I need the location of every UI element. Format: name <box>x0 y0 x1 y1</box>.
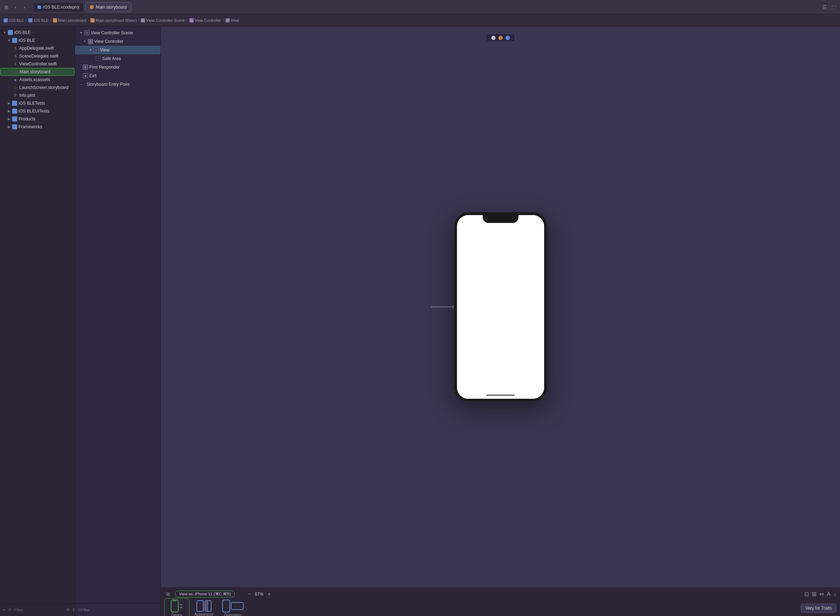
scene-nav-bottom: ⊙ <box>75 603 160 616</box>
sidebar-item-info-plist[interactable]: P Info.plist <box>0 91 75 99</box>
folder-icon <box>12 124 17 129</box>
storyboard-tab[interactable]: Main.storyboard <box>85 2 131 12</box>
scene-label-entry-point: Storyboard Entry Point <box>86 82 130 87</box>
grid-icon[interactable]: ⊞ <box>3 4 10 11</box>
chevron-right-icon: ▶ <box>7 125 11 129</box>
scene-label-safe-area: Safe Area <box>102 56 121 61</box>
sidebar-label-app-delegate: AppDelegate.swift <box>19 46 54 51</box>
canvas-top-controls <box>486 34 515 42</box>
iphone-preview <box>454 212 547 402</box>
window-controls: ⊞ ‹ › <box>3 4 28 11</box>
vary-for-traits-button[interactable]: Vary for Traits <box>801 603 836 613</box>
chevron-up-down-icon <box>179 604 183 608</box>
swift-file-icon: S <box>13 54 18 59</box>
sidebar-item-ble-tests[interactable]: ▶ iOS BLETests <box>0 99 75 107</box>
orientation-option[interactable]: Orientation <box>218 598 247 616</box>
sidebar-filter-input[interactable] <box>14 608 64 612</box>
scene-nav-content: ▼ ⊡ View Controller Scene ▼ ⊡ View Contr… <box>75 26 160 603</box>
sidebar-item-ble-ui-tests[interactable]: ▶ iOS BLEUITests <box>0 107 75 115</box>
svg-rect-4 <box>205 601 208 612</box>
control-dot-1 <box>491 36 495 40</box>
device-option[interactable]: Device <box>164 598 189 616</box>
frame-icon[interactable]: ⊞ <box>812 591 817 597</box>
sidebar-label-ios-ble-root: iOS BLE <box>14 30 31 35</box>
scene-item-safe-area[interactable]: ⋯ Safe Area <box>75 54 160 63</box>
sidebar-item-view-controller[interactable]: S ViewController.swift <box>0 60 75 68</box>
breadcrumb-item-4[interactable]: ▣ Main.storyboard (Base) <box>90 18 136 22</box>
breadcrumb-item-3[interactable]: ▣ Main.storyboard <box>53 18 86 22</box>
download-icon[interactable]: ↓ <box>834 591 836 597</box>
add-icon[interactable]: + <box>3 607 5 612</box>
sidebar-label-main-storyboard: Main.storyboard <box>20 69 50 74</box>
orientation-label: Orientation <box>224 613 242 616</box>
sidebar-item-products[interactable]: ▶ Products <box>0 115 75 123</box>
sidebar-item-ios-ble-group[interactable]: ▼ iOS BLE <box>0 37 75 44</box>
scene-label-first-responder: First Responder <box>89 65 120 70</box>
scene-icon: ⊡ <box>84 30 89 35</box>
panel-toggle-icon[interactable]: ⊞ <box>164 591 172 598</box>
breadcrumb-item-2[interactable]: ▣ iOS BLE <box>28 18 48 22</box>
xcodeproj-tab[interactable]: iOS BLE.xcodeproj <box>33 2 84 12</box>
appearance-option[interactable]: Appearance <box>191 599 217 616</box>
scale-icon[interactable]: ⇔ <box>819 591 824 597</box>
chevron-right-icon: ▶ <box>7 117 11 121</box>
scene-item-first-responder[interactable]: R First Responder <box>75 63 160 72</box>
bc-label-4: Main.storyboard (Base) <box>96 18 136 22</box>
sidebar-label-launch-screen: LaunchScreen.storyboard <box>19 85 68 90</box>
back-icon[interactable]: ‹ <box>12 4 19 11</box>
storyboard-file-icon: □ <box>13 69 18 74</box>
view-as-badge[interactable]: View as: iPhone 11 (⌘C ⌘R) <box>175 591 235 597</box>
sidebar-item-scene-delegate[interactable]: S SceneDelegate.swift <box>0 52 75 60</box>
scene-item-view[interactable]: ▼ □ View <box>75 46 160 54</box>
appearance-light-icon <box>196 600 204 612</box>
breadcrumb-item-1[interactable]: ▣ iOS BLE <box>4 18 24 22</box>
sidebar-toggle-icon[interactable]: ⬚ <box>830 4 837 11</box>
entry-point-arrow <box>431 305 455 309</box>
storyboard-file-icon: □ <box>13 85 18 90</box>
device-fit-icon[interactable]: ⊡ <box>804 591 809 597</box>
text-size-icon[interactable]: A <box>827 591 831 597</box>
bottom-right-icons: ⊡ ⊞ ⇔ A ↓ <box>804 591 836 597</box>
sidebar-item-ios-ble-root[interactable]: ▼ iOS BLE <box>0 29 75 37</box>
file-tree: ▼ iOS BLE ▼ iOS BLE S AppDelegate.swift … <box>0 26 75 603</box>
sidebar-item-launch-screen[interactable]: □ LaunchScreen.storyboard <box>0 84 75 91</box>
safe-area-icon: ⋯ <box>96 56 101 61</box>
breadcrumb-item-7[interactable]: ▣ View <box>226 18 239 22</box>
menu-icon[interactable]: ☰ <box>821 4 828 11</box>
scene-item-exit[interactable]: ⊗ Exit <box>75 72 160 80</box>
entry-arrow-icon: → <box>79 82 84 87</box>
scene-item-entry-point[interactable]: → Storyboard Entry Point <box>75 80 160 89</box>
zoom-in-button[interactable]: + <box>265 591 273 597</box>
iphone-screen <box>457 215 544 399</box>
folder-icon <box>12 38 17 43</box>
scene-filter-input[interactable] <box>81 608 158 612</box>
history-icon[interactable]: ⟳ <box>66 607 70 612</box>
bc-label-5: View Controller Scene <box>146 18 185 22</box>
svg-rect-1 <box>173 601 176 601</box>
appearance-dark-icon <box>204 600 211 612</box>
file-navigator: ▼ iOS BLE ▼ iOS BLE S AppDelegate.swift … <box>0 26 75 616</box>
sidebar-label-frameworks: Frameworks <box>19 124 42 129</box>
folder-icon <box>8 30 13 35</box>
bc-label-6: View Controller <box>195 18 221 22</box>
forward-icon[interactable]: › <box>21 4 28 11</box>
iphone-frame <box>454 212 547 402</box>
xcodeproj-tab-icon <box>38 5 41 9</box>
sidebar-item-assets[interactable]: ◈ Assets.xcassets <box>0 76 75 84</box>
scene-item-vc-scene[interactable]: ▼ ⊡ View Controller Scene <box>75 29 160 37</box>
breadcrumb: ▣ iOS BLE › ▣ iOS BLE › ▣ Main.storyboar… <box>0 14 840 26</box>
device-label: Device <box>172 613 183 616</box>
canvas-content[interactable] <box>161 26 840 587</box>
breadcrumb-item-6[interactable]: ▣ View Controller <box>189 18 221 22</box>
sidebar-item-app-delegate[interactable]: S AppDelegate.swift <box>0 44 75 52</box>
zoom-out-button[interactable]: − <box>245 591 253 597</box>
svg-rect-6 <box>223 600 230 612</box>
bottom-toolbar: ⊞ View as: iPhone 11 (⌘C ⌘R) − 67% + ⊡ ⊞… <box>161 587 840 616</box>
sidebar-item-main-storyboard[interactable]: □ Main.storyboard <box>0 68 75 76</box>
scene-item-vc[interactable]: ▼ ⊡ View Controller <box>75 37 160 46</box>
scene-label-vc-scene: View Controller Scene <box>91 30 133 35</box>
sidebar-item-frameworks[interactable]: ▶ Frameworks <box>0 123 75 131</box>
svg-rect-0 <box>171 600 178 612</box>
svg-rect-7 <box>231 603 243 610</box>
breadcrumb-item-5[interactable]: ▣ View Controller Scene <box>141 18 185 22</box>
